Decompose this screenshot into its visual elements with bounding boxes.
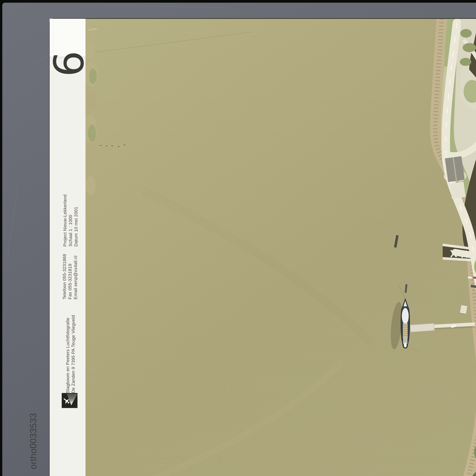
aerial-photo [85,19,476,476]
photo-id-label: ortho0033533 [28,414,38,469]
company-logo airplane-ray-fan-icon [62,393,78,408]
email-line: Email senp@xs4all.nl [73,256,78,299]
company-info-block: Slagboom en Peeters Luchtfotografie De Z… [65,315,76,393]
phone-line: Telefoon 055-3231868 [62,256,67,299]
scanned-orthophoto-sheet: 6 Project Nieuw-Lekkerland Schaal 1 : 10… [0,0,476,476]
fax-line: Fax 055-3231819 [67,256,73,299]
haze-overlay [85,19,476,476]
address-line: De Zanden 9 7395 PA Teuge Vliegveld [70,315,76,393]
mat-scratch [107,5,226,8]
paper-edge-line [53,19,53,476]
project-line: Project Nieuw-Lekkerland [62,193,68,247]
contact-info-block: Telefoon 055-3231868 Fax 055-3231819 Ema… [62,256,78,299]
scale-line: Schaal 1 : 1000 [68,193,73,247]
label-strip: 6 Project Nieuw-Lekkerland Schaal 1 : 10… [50,19,86,476]
handwritten-number: 6 [53,50,86,78]
date-line: Datum 10 mei 2001 [73,193,79,247]
mat-scratch [8,184,18,255]
project-info-block: Project Nieuw-Lekkerland Schaal 1 : 1000… [62,193,79,247]
company-line: Slagboom en Peeters Luchtfotografie [65,315,70,393]
